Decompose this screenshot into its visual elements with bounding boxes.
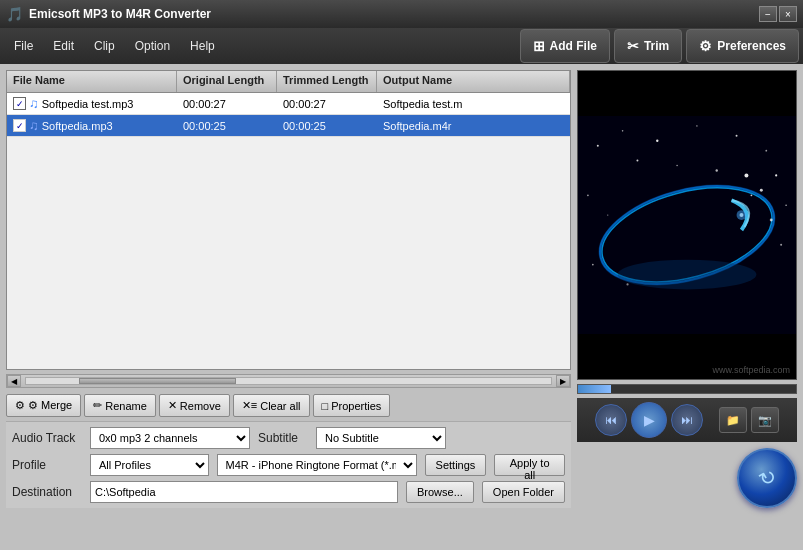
properties-button[interactable]: □ Properties <box>313 394 391 417</box>
menu-bar: File Edit Clip Option Help <box>4 35 225 57</box>
forward-button[interactable]: ⏭ <box>671 404 703 436</box>
svg-point-15 <box>780 244 782 246</box>
audio-track-select[interactable]: 0x0 mp3 2 channels <box>90 427 250 449</box>
format-select[interactable]: M4R - iPhone Ringtone Format (*.m4r) <box>217 454 417 476</box>
svg-point-2 <box>622 130 624 132</box>
row1-original: 00:00:27 <box>177 96 277 112</box>
clear-all-button[interactable]: ✕≡ Clear all <box>233 394 310 417</box>
open-folder-button[interactable]: Open Folder <box>482 481 565 503</box>
destination-input[interactable] <box>90 481 398 503</box>
destination-row: Destination Browse... Open Folder <box>12 481 565 503</box>
svg-point-1 <box>597 145 599 147</box>
preferences-icon: ⚙ <box>699 38 712 54</box>
menu-help[interactable]: Help <box>180 35 225 57</box>
svg-point-6 <box>765 150 767 152</box>
properties-label: Properties <box>331 400 381 412</box>
trim-label: Trim <box>644 39 669 53</box>
menu-edit[interactable]: Edit <box>43 35 84 57</box>
table-header: File Name Original Length Trimmed Length… <box>7 71 570 93</box>
close-button[interactable]: × <box>779 6 797 22</box>
subtitle-label: Subtitle <box>258 431 308 445</box>
svg-point-12 <box>676 165 678 167</box>
svg-point-13 <box>716 169 718 171</box>
window-title: Emicsoft MP3 to M4R Converter <box>29 7 211 21</box>
preferences-label: Preferences <box>717 39 786 53</box>
table-row[interactable]: ✓ ♫ Softpedia test.mp3 00:00:27 00:00:27… <box>7 93 570 115</box>
add-file-icon: ⊞ <box>533 38 545 54</box>
clear-label: Clear all <box>260 400 300 412</box>
trim-button[interactable]: ✂ Trim <box>614 29 682 63</box>
row1-output: Softpedia test.m <box>377 96 570 112</box>
trim-icon: ✂ <box>627 38 639 54</box>
subtitle-select[interactable]: No Subtitle <box>316 427 446 449</box>
watermark: www.softpedia.com <box>712 365 790 375</box>
bottom-controls: Audio Track 0x0 mp3 2 channels Subtitle … <box>6 421 571 508</box>
settings-button[interactable]: Settings <box>425 454 487 476</box>
horizontal-scrollbar[interactable]: ◀ ▶ <box>6 374 571 388</box>
toolbar: ⊞ Add File ✂ Trim ⚙ Preferences <box>520 29 799 63</box>
row1-icon: ♫ <box>29 96 39 111</box>
player-controls: ⏮ ▶ ⏭ 📁 📷 <box>577 398 797 442</box>
col-trimmed: Trimmed Length <box>277 71 377 92</box>
merge-label: ⚙ Merge <box>28 399 72 412</box>
col-original: Original Length <box>177 71 277 92</box>
audio-subtitle-row: Audio Track 0x0 mp3 2 channels Subtitle … <box>12 427 565 449</box>
scroll-left[interactable]: ◀ <box>7 375 21 387</box>
svg-point-25 <box>770 219 773 222</box>
menu-option[interactable]: Option <box>125 35 180 57</box>
row2-output: Softpedia.m4r <box>377 118 570 134</box>
rename-icon: ✏ <box>93 399 102 412</box>
play-button[interactable]: ▶ <box>631 402 667 438</box>
destination-label: Destination <box>12 485 82 499</box>
minimize-button[interactable]: − <box>759 6 777 22</box>
remove-icon: ✕ <box>168 399 177 412</box>
row1-checkbox[interactable]: ✓ <box>13 97 26 110</box>
remove-label: Remove <box>180 400 221 412</box>
scroll-track[interactable] <box>25 377 552 385</box>
add-file-label: Add File <box>550 39 597 53</box>
action-buttons: ⚙ ⚙ Merge ✏ Rename ✕ Remove ✕≡ Clear all… <box>6 394 571 417</box>
properties-icon: □ <box>322 400 329 412</box>
preview-visual <box>578 71 796 379</box>
row1-trimmed: 00:00:27 <box>277 96 377 112</box>
svg-point-9 <box>587 194 589 196</box>
svg-point-4 <box>696 125 697 126</box>
svg-rect-0 <box>578 116 796 334</box>
menu-clip[interactable]: Clip <box>84 35 125 57</box>
row2-checkbox[interactable]: ✓ <box>13 119 26 132</box>
convert-icon: ↻ <box>754 463 781 492</box>
convert-area: ↻ <box>577 446 797 508</box>
preferences-button[interactable]: ⚙ Preferences <box>686 29 799 63</box>
audio-track-label: Audio Track <box>12 431 82 445</box>
preview-area: www.softpedia.com <box>577 70 797 380</box>
rename-button[interactable]: ✏ Rename <box>84 394 156 417</box>
right-panel: www.softpedia.com ⏮ ▶ ⏭ 📁 📷 ↻ <box>577 70 797 508</box>
svg-point-26 <box>618 260 757 290</box>
remove-button[interactable]: ✕ Remove <box>159 394 230 417</box>
row1-name: ✓ ♫ Softpedia test.mp3 <box>7 94 177 113</box>
apply-all-button[interactable]: Apply to all <box>494 454 565 476</box>
svg-point-5 <box>736 135 738 137</box>
table-row[interactable]: ✓ ♫ Softpedia.mp3 00:00:25 00:00:25 Soft… <box>7 115 570 137</box>
folder-button[interactable]: 📁 <box>719 407 747 433</box>
scroll-right[interactable]: ▶ <box>556 375 570 387</box>
add-file-button[interactable]: ⊞ Add File <box>520 29 610 63</box>
menu-file[interactable]: File <box>4 35 43 57</box>
rewind-button[interactable]: ⏮ <box>595 404 627 436</box>
convert-button[interactable]: ↻ <box>737 448 797 508</box>
rename-label: Rename <box>105 400 147 412</box>
profile-select[interactable]: All Profiles <box>90 454 209 476</box>
scroll-thumb[interactable] <box>79 378 237 384</box>
col-filename: File Name <box>7 71 177 92</box>
snapshot-button[interactable]: 📷 <box>751 407 779 433</box>
svg-point-24 <box>760 189 763 192</box>
browse-button[interactable]: Browse... <box>406 481 474 503</box>
svg-point-23 <box>744 173 748 177</box>
app-icon: 🎵 <box>6 6 23 22</box>
svg-point-14 <box>751 194 753 196</box>
title-bar-left: 🎵 Emicsoft MP3 to M4R Converter <box>6 6 211 22</box>
svg-point-8 <box>785 204 787 206</box>
profile-label: Profile <box>12 458 82 472</box>
merge-button[interactable]: ⚙ ⚙ Merge <box>6 394 81 417</box>
svg-point-17 <box>626 283 628 285</box>
